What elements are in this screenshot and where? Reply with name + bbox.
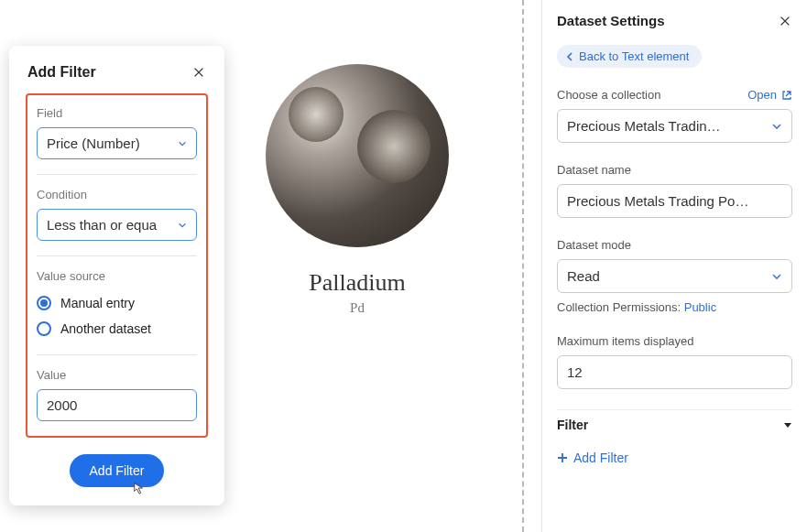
permissions-row: Collection Permissions: Public <box>557 300 792 314</box>
content-item-card: Palladium Pd <box>266 64 449 316</box>
max-items-value: 12 <box>567 364 583 380</box>
collection-select[interactable]: Precious Metals Tradin… <box>557 109 792 143</box>
close-icon[interactable] <box>778 14 792 28</box>
chevron-down-icon <box>178 139 187 148</box>
dataset-settings-panel: Dataset Settings Back to Text element Ch… <box>541 0 807 532</box>
condition-select[interactable]: Less than or equa <box>37 209 197 241</box>
add-filter-link-label: Add Filter <box>573 451 628 465</box>
dataset-name-label: Dataset name <box>557 163 792 177</box>
permissions-label: Collection Permissions: <box>557 300 684 314</box>
filter-section-toggle[interactable]: Filter <box>557 409 792 440</box>
radio-manual-entry[interactable]: Manual entry <box>37 290 197 316</box>
max-items-label: Maximum items displayed <box>557 334 792 348</box>
plus-icon <box>557 452 568 463</box>
dataset-mode-value: Read <box>567 268 600 284</box>
open-label: Open <box>747 88 777 102</box>
chevron-left-icon <box>566 52 573 61</box>
condition-label: Condition <box>37 188 197 201</box>
add-filter-submit-button[interactable]: Add Filter <box>70 454 165 487</box>
divider <box>37 255 197 256</box>
close-icon[interactable] <box>191 65 206 80</box>
external-link-icon <box>781 90 792 101</box>
radio-icon-selected <box>37 296 51 310</box>
field-label: Field <box>37 106 197 120</box>
dataset-name-value: Precious Metals Trading Por… <box>567 193 750 209</box>
value-source-label: Value source <box>37 269 197 283</box>
back-to-element-button[interactable]: Back to Text element <box>557 45 702 68</box>
item-title: Palladium <box>266 269 449 297</box>
field-select-value: Price (Number) <box>47 136 140 151</box>
cursor-icon <box>133 482 146 494</box>
chevron-down-icon <box>771 121 782 132</box>
value-input-text: 2000 <box>47 397 77 413</box>
collection-label: Choose a collection <box>557 88 660 102</box>
condition-select-value: Less than or equa <box>47 217 157 233</box>
panel-title: Add Filter <box>27 64 96 81</box>
highlight-region: Field Price (Number) Condition Less than… <box>26 93 208 438</box>
radio-icon-unselected <box>37 321 51 336</box>
field-select[interactable]: Price (Number) <box>37 127 197 159</box>
open-collection-link[interactable]: Open <box>747 88 792 102</box>
radio-manual-label: Manual entry <box>60 296 135 310</box>
radio-another-dataset[interactable]: Another dataset <box>37 316 197 342</box>
item-image <box>266 64 449 247</box>
back-link-label: Back to Text element <box>579 49 689 63</box>
divider <box>37 354 197 355</box>
value-label: Value <box>37 368 197 382</box>
triangle-down-icon <box>783 420 792 429</box>
dataset-mode-select[interactable]: Read <box>557 259 792 293</box>
chevron-down-icon <box>771 271 782 282</box>
max-items-input[interactable]: 12 <box>557 355 792 389</box>
add-filter-link[interactable]: Add Filter <box>557 440 792 465</box>
dataset-mode-label: Dataset mode <box>557 238 792 252</box>
permissions-link[interactable]: Public <box>684 300 716 314</box>
add-filter-submit-label: Add Filter <box>90 463 145 478</box>
chevron-down-icon <box>178 221 187 230</box>
dataset-name-input[interactable]: Precious Metals Trading Por… <box>557 184 792 218</box>
item-subtitle: Pd <box>266 300 449 316</box>
radio-another-label: Another dataset <box>60 321 151 336</box>
add-filter-panel: Add Filter Field Price (Number) Conditio… <box>9 46 224 505</box>
divider <box>37 174 197 175</box>
value-input[interactable]: 2000 <box>37 389 197 421</box>
selection-guide-line <box>522 0 524 532</box>
filter-section-label: Filter <box>557 418 588 432</box>
settings-title: Dataset Settings <box>557 13 665 28</box>
collection-value: Precious Metals Tradin… <box>567 118 721 134</box>
